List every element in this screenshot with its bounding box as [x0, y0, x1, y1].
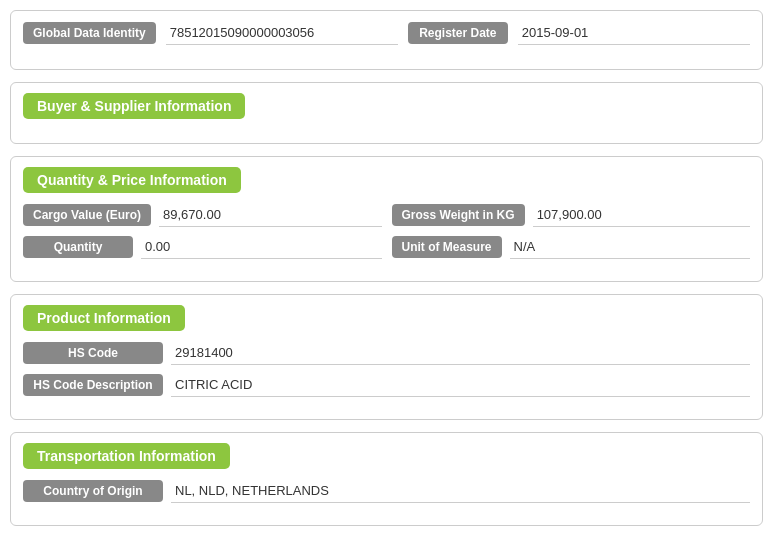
hs-code-label: HS Code	[23, 342, 163, 364]
cargo-value-group: Cargo Value (Euro) 89,670.00	[23, 203, 382, 227]
cargo-value-label: Cargo Value (Euro)	[23, 204, 151, 226]
hs-desc-label: HS Code Description	[23, 374, 163, 396]
global-id-row: Global Data Identity 7851201509000000305…	[23, 21, 750, 45]
hs-code-row: HS Code 29181400	[23, 341, 750, 365]
hs-code-value: 29181400	[171, 341, 750, 365]
global-id-value: 78512015090000003056	[166, 21, 398, 45]
cargo-value: 89,670.00	[159, 203, 381, 227]
transportation-card: Transportation Information Country of Or…	[10, 432, 763, 526]
quantity-price-header: Quantity & Price Information	[23, 167, 241, 193]
register-date-value: 2015-09-01	[518, 21, 750, 45]
country-value: NL, NLD, NETHERLANDS	[171, 479, 750, 503]
quantity-unit-row: Quantity 0.00 Unit of Measure N/A	[23, 235, 750, 259]
buyer-supplier-header: Buyer & Supplier Information	[23, 93, 245, 119]
global-data-card: Global Data Identity 7851201509000000305…	[10, 10, 763, 70]
gross-weight-value: 107,900.00	[533, 203, 750, 227]
country-row: Country of Origin NL, NLD, NETHERLANDS	[23, 479, 750, 503]
unit-measure-group: Unit of Measure N/A	[392, 235, 751, 259]
buyer-supplier-card: Buyer & Supplier Information	[10, 82, 763, 144]
quantity-price-card: Quantity & Price Information Cargo Value…	[10, 156, 763, 282]
hs-desc-group: HS Code Description CITRIC ACID	[23, 373, 750, 397]
quantity-label: Quantity	[23, 236, 133, 258]
quantity-value: 0.00	[141, 235, 382, 259]
country-label: Country of Origin	[23, 480, 163, 502]
hs-desc-value: CITRIC ACID	[171, 373, 750, 397]
transportation-header: Transportation Information	[23, 443, 230, 469]
unit-measure-value: N/A	[510, 235, 750, 259]
country-group: Country of Origin NL, NLD, NETHERLANDS	[23, 479, 750, 503]
hs-code-group: HS Code 29181400	[23, 341, 750, 365]
unit-measure-label: Unit of Measure	[392, 236, 502, 258]
gross-weight-group: Gross Weight in KG 107,900.00	[392, 203, 751, 227]
hs-desc-row: HS Code Description CITRIC ACID	[23, 373, 750, 397]
quantity-group: Quantity 0.00	[23, 235, 382, 259]
product-header: Product Information	[23, 305, 185, 331]
gross-weight-label: Gross Weight in KG	[392, 204, 525, 226]
cargo-gross-row: Cargo Value (Euro) 89,670.00 Gross Weigh…	[23, 203, 750, 227]
register-date-label: Register Date	[408, 22, 508, 44]
global-id-label: Global Data Identity	[23, 22, 156, 44]
product-card: Product Information HS Code 29181400 HS …	[10, 294, 763, 420]
